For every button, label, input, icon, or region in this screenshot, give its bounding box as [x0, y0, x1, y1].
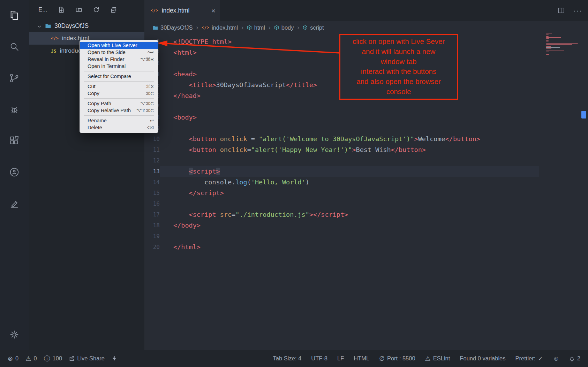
- menu-item-shortcut: ⌘X: [146, 84, 154, 89]
- status-bar: ⊗0⚠0ⓘ100Live Share Tab Size: 4UTF-8LFHTM…: [0, 350, 588, 367]
- split-editor-icon[interactable]: [557, 7, 565, 14]
- menu-item-label: Copy: [88, 91, 99, 96]
- status-smiley[interactable]: ☺: [553, 355, 559, 362]
- code-line-9[interactable]: 9: [144, 123, 588, 133]
- js-file-icon: JS: [51, 48, 56, 54]
- line-number: 20: [144, 242, 160, 252]
- status-label: UTF-8: [311, 355, 327, 362]
- code-line-15[interactable]: 15 </script>: [144, 188, 588, 198]
- menu-item-copy[interactable]: Copy⌘C: [80, 90, 158, 97]
- edit-feedback-icon[interactable]: [9, 198, 21, 210]
- search-icon[interactable]: [9, 41, 21, 53]
- tab-index-html[interactable]: </> index.html ×: [144, 0, 220, 21]
- refresh-icon[interactable]: [93, 6, 100, 13]
- settings-gear-icon[interactable]: [9, 329, 21, 341]
- menu-item-reveal-in-finder[interactable]: Reveal in Finder⌥⌘R: [80, 56, 158, 63]
- status-lf[interactable]: LF: [337, 355, 344, 362]
- menu-item-shortcut: ⌥⌘R: [140, 56, 154, 62]
- code-line-7[interactable]: 7: [144, 101, 588, 112]
- status-found-0-variables[interactable]: Found 0 variables: [460, 355, 505, 362]
- code-line-10[interactable]: 10 <button onclick = "alert('Welcome to …: [144, 133, 588, 144]
- new-file-icon[interactable]: [58, 6, 65, 13]
- menu-item-copy-relative-path[interactable]: Copy Relative Path⌥⇧⌘C: [80, 107, 158, 114]
- minimap-line: [546, 44, 572, 45]
- minimap[interactable]: [546, 33, 582, 55]
- status-port-5500[interactable]: ∅Port : 5500: [379, 355, 415, 362]
- menu-item-cut[interactable]: Cut⌘X: [80, 83, 158, 90]
- context-menu: Open with Live ServerOpen to the Side^↩R…: [80, 40, 158, 133]
- code-line-14[interactable]: 14 console.log('Hello, World'): [144, 177, 588, 188]
- menu-item-label: Open in Terminal: [88, 63, 126, 69]
- status-0[interactable]: ⚠0: [25, 355, 37, 362]
- menu-separator: [84, 71, 154, 71]
- line-content: <script src="./introduction.js"></script…: [160, 209, 588, 220]
- line-content: [160, 198, 588, 209]
- folder-root-30daysofjs[interactable]: 30DaysOfJS: [29, 20, 144, 32]
- folder-icon: [153, 25, 158, 30]
- explorer-icon[interactable]: [9, 10, 21, 22]
- menu-item-delete[interactable]: Delete⌫: [80, 124, 158, 131]
- html-file-icon: </>: [151, 8, 158, 13]
- status-label: 100: [53, 355, 62, 362]
- more-actions-icon[interactable]: ···: [573, 7, 582, 15]
- code-line-13[interactable]: 13 <script>: [144, 166, 588, 177]
- breadcrumb-item-script[interactable]: script: [303, 24, 324, 31]
- annotation-text-line: and it will launch a new: [342, 47, 455, 57]
- breadcrumb-item-html[interactable]: html: [247, 24, 265, 31]
- menu-item-label: Open with Live Server: [88, 43, 137, 48]
- status-live-share[interactable]: Live Share: [69, 355, 105, 362]
- close-tab-icon[interactable]: ×: [211, 7, 216, 14]
- code-line-12[interactable]: 12: [144, 155, 588, 166]
- line-content: <body>: [160, 112, 588, 123]
- status-left: ⊗0⚠0ⓘ100Live Share: [8, 355, 117, 362]
- status-2[interactable]: 2: [569, 355, 580, 362]
- code-line-20[interactable]: 20</html>: [144, 242, 588, 252]
- line-content: console.log('Hello, World'): [160, 177, 588, 188]
- source-control-icon[interactable]: [9, 72, 21, 84]
- code-line-8[interactable]: 8<body>: [144, 112, 588, 123]
- line-number: 14: [144, 177, 160, 188]
- code-line-17[interactable]: 17 <script src="./introduction.js"></scr…: [144, 209, 588, 220]
- line-number: 13: [144, 166, 160, 177]
- line-content: </html>: [160, 242, 588, 252]
- status-label: Found 0 variables: [460, 355, 505, 362]
- status-label: Tab Size: 4: [273, 355, 302, 362]
- menu-item-copy-path[interactable]: Copy Path⌥⌘C: [80, 100, 158, 107]
- run-debug-icon[interactable]: [9, 104, 21, 116]
- status-utf-8[interactable]: UTF-8: [311, 355, 327, 362]
- collapse-folders-icon[interactable]: [110, 6, 117, 13]
- menu-separator: [84, 81, 154, 82]
- status-bolt[interactable]: [112, 356, 117, 361]
- status-html[interactable]: HTML: [354, 355, 369, 362]
- status-label: 2: [577, 355, 580, 362]
- line-number: 18: [144, 220, 160, 231]
- breadcrumb-item-body[interactable]: body: [274, 24, 294, 31]
- status-label: 0: [33, 355, 37, 362]
- code-line-18[interactable]: 18</body>: [144, 220, 588, 231]
- breadcrumb-item-30daysofjs[interactable]: 30DaysOfJS: [153, 24, 193, 31]
- extensions-icon[interactable]: [9, 135, 21, 147]
- activity-bar: [0, 0, 29, 350]
- status-tab-size-4[interactable]: Tab Size: 4: [273, 355, 302, 362]
- live-share-icon[interactable]: [9, 167, 21, 178]
- menu-item-open-with-live-server[interactable]: Open with Live Server: [80, 42, 158, 49]
- menu-item-label: Cut: [88, 84, 96, 89]
- status-prettier[interactable]: Prettier:✓: [515, 355, 543, 362]
- status-0[interactable]: ⊗0: [8, 355, 18, 362]
- menu-item-open-to-the-side[interactable]: Open to the Side^↩: [80, 49, 158, 56]
- indent-guide: [175, 47, 175, 215]
- new-folder-icon[interactable]: [75, 6, 82, 13]
- explorer-actions: [58, 6, 117, 13]
- status-label: HTML: [354, 355, 369, 362]
- line-number: 15: [144, 188, 160, 198]
- status-eslint[interactable]: ⚠ESLint: [425, 355, 450, 362]
- menu-item-open-in-terminal[interactable]: Open in Terminal: [80, 63, 158, 70]
- code-line-16[interactable]: 16: [144, 198, 588, 209]
- status-100[interactable]: ⓘ100: [44, 355, 62, 362]
- code-line-19[interactable]: 19: [144, 231, 588, 242]
- breadcrumb-item-index-html[interactable]: </>index.html: [202, 24, 238, 31]
- code-line-11[interactable]: 11 <button onclick="alert('Happy New Yea…: [144, 144, 588, 155]
- menu-item-rename[interactable]: Rename↩: [80, 117, 158, 124]
- info-icon: ⓘ: [44, 355, 50, 362]
- menu-item-select-for-compare[interactable]: Select for Compare: [80, 73, 158, 80]
